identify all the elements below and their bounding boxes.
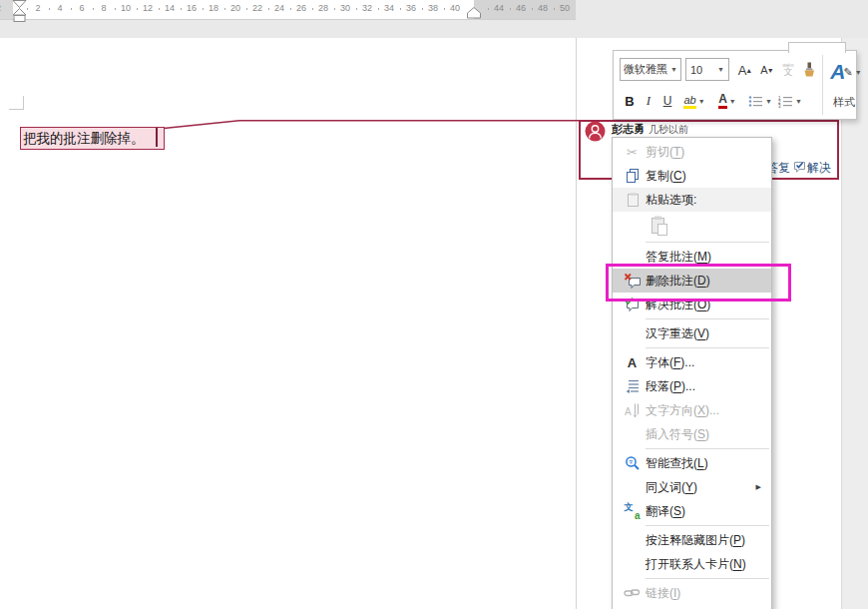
underline-button[interactable]: U (657, 89, 677, 113)
copy-icon (619, 168, 646, 184)
horizontal-ruler[interactable]: 2 24681012141618202224262830323436384044… (0, 0, 576, 20)
menu-item-synonyms[interactable]: 同义词(Y)▶ (613, 475, 771, 499)
menu-item-label: 答复批注(M) (646, 249, 771, 266)
comment-resolve-button[interactable]: 解决 (807, 160, 831, 177)
menu-item-translate[interactable]: 文a翻译(S) (613, 499, 771, 523)
menu-item-hanzi-reselect[interactable]: 汉字重选(V) (613, 321, 771, 345)
document-page[interactable] (0, 38, 576, 609)
font-color-button[interactable]: A▼ (713, 89, 741, 113)
ruler-tick (181, 8, 182, 10)
menu-item-label: 剪切(T) (646, 144, 771, 161)
document-text[interactable]: 把我的批注删除掉。 (21, 128, 164, 148)
font-name-select[interactable]: 微软雅黑 ▼ (620, 58, 681, 81)
link-icon (619, 585, 646, 601)
bullet-list-button[interactable]: ▼ (747, 89, 773, 113)
ruler-tick (71, 8, 72, 10)
styles-label: 样式 (822, 95, 866, 110)
paste-option-icon[interactable] (647, 213, 672, 239)
ruler-number: 48 (536, 3, 550, 13)
shrink-font-button[interactable]: A▼ (757, 59, 777, 81)
ruler-number: 20 (228, 3, 242, 13)
mini-format-toolbar: 微软雅黑 ▼ 10 ▼ A▲ A▼ wén 文 A✎▼ 样式 B I (613, 50, 857, 120)
comment-author-name[interactable]: 彭志勇 (612, 122, 645, 137)
ruler-tick (159, 8, 160, 10)
menu-separator (646, 318, 769, 319)
menu-item-label: 粘贴选项: (646, 192, 771, 209)
menu-item-label: 链接(I) (646, 585, 771, 602)
pen-icon: ✎ (844, 66, 853, 79)
annotation-highlight-box (606, 264, 791, 302)
menu-item-open-contact-card[interactable]: 打开联系人卡片(N) (613, 552, 771, 576)
ruler-tick (290, 8, 291, 10)
submenu-arrow-icon: ▶ (756, 483, 761, 491)
menu-item-paragraph[interactable]: 段落(P)... (613, 374, 771, 398)
left-indent-markers-icon[interactable] (11, 0, 29, 23)
ruler-number: 18 (207, 3, 220, 13)
margin-crop-mark-vertical (23, 96, 24, 110)
svg-text:A: A (625, 406, 632, 417)
resolve-comment-icon[interactable] (792, 159, 807, 174)
word-app-window: 2 24681012141618202224262830323436384044… (0, 0, 868, 609)
menu-separator (646, 347, 769, 348)
styles-gallery-button[interactable]: A✎▼ (826, 57, 866, 87)
menu-item-label: 打开联系人卡片(N) (646, 556, 771, 573)
ruler-number: 36 (404, 3, 418, 13)
ruler-tick (510, 8, 511, 10)
ruler-tick (137, 8, 138, 10)
ruler-tick (115, 8, 116, 10)
menu-icon-placeholder (619, 556, 646, 572)
menu-item-text-direction: A文字方向(X)... (613, 398, 771, 422)
author-avatar-icon[interactable] (585, 121, 606, 142)
ruler-tick (400, 8, 401, 10)
format-painter-icon[interactable] (799, 59, 819, 81)
menu-item-label: 段落(P)... (646, 378, 771, 395)
commented-text-highlight[interactable]: 把我的批注删除掉。 (20, 127, 165, 150)
font-icon: A (619, 354, 646, 370)
ruler-number: 44 (492, 3, 506, 13)
translate-icon: 文a (619, 503, 646, 519)
smart-lookup-icon (619, 455, 646, 471)
ruler-tick (49, 8, 50, 10)
italic-button[interactable]: I (641, 89, 656, 113)
menu-item-cut: ✂剪切(T) (613, 140, 771, 164)
ruler-number: 2 (31, 3, 45, 13)
menu-icon-placeholder (619, 479, 646, 495)
ruler-number: 16 (185, 3, 199, 13)
menu-item-paste-option-keep-text[interactable] (613, 212, 771, 240)
menu-item-paste-options[interactable]: 粘贴选项: (613, 188, 771, 212)
ruler-tick (334, 8, 335, 10)
ruler-number: 40 (448, 3, 462, 13)
ruler-number: 46 (514, 3, 528, 13)
chevron-down-icon[interactable]: ▼ (670, 66, 677, 73)
menu-item-label: 翻译(S) (646, 503, 771, 520)
ruler-number: 38 (426, 3, 440, 13)
menu-item-smart-lookup[interactable]: 智能查找(L) (613, 451, 771, 475)
ruler-tick (93, 8, 94, 10)
text-highlight-button[interactable]: ab▼ (679, 89, 709, 113)
phonetic-guide-button[interactable]: wén 文 (779, 57, 797, 81)
menu-item-link: 链接(I) (613, 581, 771, 605)
menu-icon-placeholder (619, 249, 646, 265)
menu-item-font[interactable]: A字体(F)... (613, 350, 771, 374)
margin-crop-mark-horizontal (9, 109, 24, 110)
ruler-number: 12 (141, 3, 155, 13)
panel-right-gutter (841, 38, 868, 609)
bold-button[interactable]: B (620, 89, 640, 113)
menu-item-copy[interactable]: 复制(C) (613, 164, 771, 188)
ruler-tick (246, 8, 247, 10)
menu-separator (646, 448, 769, 449)
ruler-tick (268, 8, 269, 10)
right-indent-marker-icon[interactable] (465, 7, 483, 19)
grow-font-button[interactable]: A▲ (735, 59, 755, 81)
menu-icon-placeholder (619, 325, 646, 341)
menu-item-label: 插入符号(S) (646, 426, 771, 443)
menu-item-label: 智能查找(L) (646, 455, 771, 472)
menu-separator (646, 242, 769, 243)
chevron-down-icon[interactable]: ▼ (717, 66, 724, 73)
menu-item-label: 文字方向(X)... (646, 402, 771, 419)
comment-timestamp: 几秒以前 (649, 123, 688, 137)
ruler-tick (444, 8, 445, 10)
menu-item-hide-picture-by-annotation[interactable]: 按注释隐藏图片(P) (613, 528, 771, 552)
font-size-select[interactable]: 10 ▼ (685, 58, 729, 81)
numbered-list-button[interactable]: 1 2 3 ▼ (777, 89, 803, 113)
